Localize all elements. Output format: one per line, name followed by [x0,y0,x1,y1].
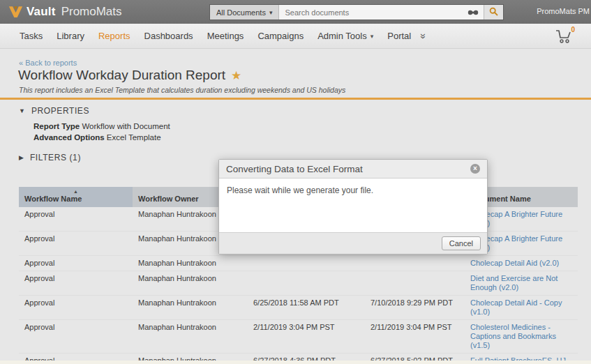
nav-tab-label: Reports [98,31,130,41]
dialog-title: Converting Data to Excel Format [226,164,470,174]
nav-tab-portal[interactable]: Portal [380,31,418,41]
document-link[interactable]: Cholecap Detail Aid (v2.0) [470,259,559,267]
table-row: Approval Manaphan Huntrakoon 6/25/2018 1… [19,296,578,320]
nav-overflow-chevron-icon[interactable]: » [418,31,429,42]
workflow-name-cell: Approval [19,207,133,232]
nav-tab-tasks[interactable]: Tasks [13,31,50,41]
close-icon[interactable]: × [470,164,480,174]
search-bar: All Documents ▾ [209,4,504,20]
advanced-options-label: Advanced Options [33,133,105,142]
table-bottom-edge [0,361,591,364]
document-link[interactable]: Diet and Exercise are Not Enough (v2.0) [470,274,558,291]
dialog-message: Please wait while we generate your file. [219,179,487,232]
document-link[interactable]: Cholesterol Medicines - Captions and Boo… [470,323,556,349]
converting-dialog: Converting Data to Excel Format × Please… [218,159,488,255]
cart-count-badge: 0 [571,26,575,33]
workflow-name-cell: Approval [19,256,133,271]
favorite-star-icon[interactable]: ★ [231,68,241,83]
back-to-reports-link[interactable]: « Back to reports [19,59,77,67]
search-input[interactable] [279,5,462,20]
search-scope-label: All Documents [216,8,266,17]
user-account-label[interactable]: PromoMats PM [537,7,590,15]
nav-tab-label: Portal [387,31,411,41]
search-button[interactable] [484,5,503,20]
report-description: This report includes an Excel Template t… [19,86,345,94]
top-bar: Vault PromoMats All Documents ▾ [0,0,591,24]
advanced-options-line: Advanced Options Excel Template [33,132,170,143]
page-title: Workflow Workday Duration Report [18,68,225,83]
date-cell [365,271,465,296]
date-cell [248,256,365,271]
nav-tab-label: Tasks [20,31,43,41]
nav-tab-dashboards[interactable]: Dashboards [137,31,200,41]
sort-ascending-icon: ▲ [24,189,127,195]
column-header-label: Workflow Owner [138,195,199,203]
date-cell: 2/11/2019 3:04 PM PST [248,320,365,354]
filters-section-toggle[interactable]: ▶ FILTERS (1) [19,153,81,162]
table-row: Approval Manaphan Huntrakoon Cholecap De… [19,256,578,271]
brand-name-rest: PromoMats [61,5,122,19]
advanced-search-button[interactable] [462,5,484,20]
report-type-label: Report Type [33,122,80,130]
properties-values: Report Type Workflow with Document Advan… [33,121,170,143]
workflow-name-cell: Approval [19,271,133,296]
report-type-line: Report Type Workflow with Document [33,121,170,132]
nav-tab-label: Admin Tools [317,31,367,41]
workflow-owner-cell: Manaphan Huntrakoon [133,320,248,354]
workflow-name-cell: Approval [19,320,133,354]
cart-button[interactable]: 0 [555,27,576,45]
dialog-footer: Cancel [219,232,487,254]
nav-tab-admin-tools[interactable]: Admin Tools ▾ [311,31,380,41]
nav-tab-label: Campaigns [257,31,304,41]
nav-tab-label: Library [57,31,84,41]
nav-tab-meetings[interactable]: Meetings [200,31,251,41]
veeva-v-icon [8,6,23,18]
report-type-value: Workflow with Document [82,122,170,130]
column-header-label: Workflow Name [24,195,82,203]
dialog-header: Converting Data to Excel Format × [219,160,487,179]
workflow-owner-cell: Manaphan Huntrakoon [133,296,248,320]
workflow-name-cell: Approval [19,296,133,320]
cart-icon [555,34,573,46]
workflow-owner-cell: Manaphan Huntrakoon [133,271,248,296]
table-row: Approval Manaphan Huntrakoon Diet and Ex… [19,271,578,296]
date-cell: 2/11/2019 3:04 PM PST [365,320,465,354]
column-header-workflow-name[interactable]: ▲ Workflow Name [19,187,133,207]
advanced-options-value: Excel Template [107,133,161,142]
filters-section-label: FILTERS (1) [30,153,81,162]
nav-tab-reports[interactable]: Reports [91,31,137,41]
brand-name-bold: Vault [27,5,56,19]
app-window: Vault PromoMats All Documents ▾ [0,0,591,364]
nav-tab-label: Meetings [207,31,244,41]
binoculars-icon [467,6,479,19]
date-cell [248,271,365,296]
workflow-owner-cell: Manaphan Huntrakoon [133,256,248,271]
table-row: Approval Manaphan Huntrakoon 2/11/2019 3… [19,320,578,354]
collapsed-triangle-icon: ▶ [19,154,24,161]
date-cell: 6/25/2018 11:58 AM PDT [248,296,365,320]
search-scope-dropdown[interactable]: All Documents ▾ [210,5,279,20]
properties-section-toggle[interactable]: ▼ PROPERTIES [19,106,89,116]
expanded-triangle-icon: ▼ [19,107,25,114]
workflow-name-cell: Approval [19,232,133,256]
chevron-down-icon: ▾ [371,33,374,40]
chevron-down-icon: ▾ [269,9,273,16]
nav-tab-library[interactable]: Library [50,31,91,41]
vault-logo[interactable]: Vault PromoMats [8,5,122,19]
search-icon [489,6,498,19]
main-nav: Tasks Library Reports Dashboards Meeting… [0,24,591,49]
nav-tab-label: Dashboards [144,31,193,41]
document-link[interactable]: Cholecap Detail Aid - Copy (v1.0) [470,298,562,316]
accent-divider [0,98,591,100]
date-cell [365,256,465,271]
properties-section-label: PROPERTIES [31,106,89,116]
nav-tab-campaigns[interactable]: Campaigns [250,31,311,41]
cancel-button[interactable]: Cancel [442,236,481,250]
date-cell: 7/10/2018 9:29 PM PDT [365,296,465,320]
